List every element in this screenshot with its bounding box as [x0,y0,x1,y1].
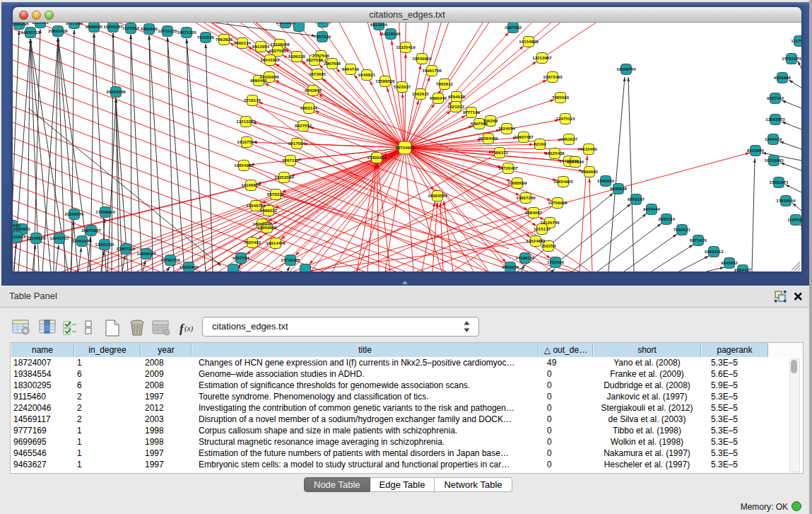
svg-text:2935114: 2935114 [658,216,675,221]
svg-text:20053346: 20053346 [106,89,126,94]
svg-text:16107554: 16107554 [237,139,257,144]
svg-text:16782759: 16782759 [160,257,180,262]
svg-text:16961758: 16961758 [422,68,442,73]
svg-text:62160: 62160 [534,141,546,146]
svg-text:15692971: 15692971 [769,180,789,185]
svg-text:6879197: 6879197 [628,197,645,201]
svg-text:16914479: 16914479 [266,240,286,245]
svg-text:8471676: 8471676 [690,238,707,243]
svg-text:7625402: 7625402 [244,240,261,245]
svg-text:8813054: 8813054 [370,23,388,27]
svg-text:7632621: 7632621 [673,227,691,232]
svg-text:9115461: 9115461 [32,23,49,25]
svg-text:9227343: 9227343 [767,95,784,100]
svg-text:9474444: 9474444 [643,206,661,211]
svg-text:3673685: 3673685 [309,71,326,76]
svg-text:9827500: 9827500 [269,48,287,53]
svg-text:11923446: 11923446 [179,264,199,269]
svg-text:10973493: 10973493 [543,74,563,79]
svg-text:10543362: 10543362 [260,57,280,62]
svg-text:19384554: 19384554 [428,193,447,198]
svg-text:8427552: 8427552 [295,123,312,128]
svg-text:9699695: 9699695 [581,169,599,174]
svg-text:12942757: 12942757 [49,235,69,240]
svg-text:20206576: 20206576 [64,211,84,216]
svg-text:16648784: 16648784 [616,66,636,71]
svg-text:1621022: 1621022 [447,104,465,109]
svg-text:20364436: 20364436 [478,136,498,141]
svg-text:6794028: 6794028 [448,94,466,99]
svg-text:10025438: 10025438 [545,151,565,156]
svg-text:6466160: 6466160 [141,26,158,31]
svg-text:8938928: 8938928 [610,186,628,191]
svg-text:1167531: 1167531 [787,217,801,222]
svg-text:20975887: 20975887 [81,228,101,233]
svg-text:9385061: 9385061 [13,226,31,231]
svg-text:9242848: 9242848 [305,88,322,93]
svg-text:14055712: 14055712 [20,30,40,35]
svg-text:8990448: 8990448 [430,95,447,100]
svg-text:16154808: 16154808 [519,39,539,44]
svg-text:3624554: 3624554 [498,126,516,131]
svg-text:9115460: 9115460 [580,146,597,151]
svg-text:16210643: 16210643 [764,158,784,163]
svg-text:1615132: 1615132 [534,226,551,231]
svg-text:252254: 252254 [541,243,556,248]
svg-text:16909949: 16909949 [257,225,277,230]
svg-text:7386372: 7386372 [491,150,509,155]
svg-text:17957225: 17957225 [116,246,136,251]
svg-text:14353594: 14353594 [274,175,294,180]
svg-text:(x): (x) [184,324,194,333]
svg-text:13524851: 13524851 [526,238,546,243]
svg-text:12213363: 12213363 [236,119,256,124]
svg-text:2803144: 2803144 [300,105,318,110]
svg-text:6497568: 6497568 [471,121,488,126]
svg-text:17046766: 17046766 [246,203,266,208]
svg-text:7663822: 7663822 [216,37,233,42]
svg-text:1562615: 1562615 [412,91,430,96]
svg-text:14196141: 14196141 [515,255,535,260]
svg-text:10756928: 10756928 [548,200,567,205]
svg-text:2718176: 2718176 [244,98,261,103]
svg-text:3911943: 3911943 [13,234,25,239]
svg-text:11156829: 11156829 [27,235,46,240]
svg-text:5322037: 5322037 [394,84,411,89]
svg-text:3267110: 3267110 [282,158,299,163]
svg-text:19654923: 19654923 [553,179,573,184]
svg-text:10719155: 10719155 [158,28,177,33]
svg-text:9890461: 9890461 [250,78,268,83]
svg-text:15751074: 15751074 [782,56,801,61]
svg-text:11451944: 11451944 [72,238,92,243]
svg-text:1244419: 1244419 [765,136,782,141]
svg-text:16854982: 16854982 [234,163,254,168]
svg-text:19218506: 19218506 [381,31,401,36]
svg-text:10807487: 10807487 [514,134,534,139]
svg-text:15226058: 15226058 [270,42,290,47]
svg-text:19166827: 19166827 [241,182,261,187]
svg-text:9694894: 9694894 [567,159,584,164]
svg-text:12505135: 12505135 [95,242,114,247]
svg-text:9327508: 9327508 [306,57,324,62]
svg-text:18724007: 18724007 [395,145,415,150]
svg-text:8912954: 8912954 [252,44,270,49]
svg-text:2087682: 2087682 [505,25,522,30]
svg-text:8186328: 8186328 [288,54,306,59]
svg-text:8215955: 8215955 [747,148,765,153]
svg-text:9146821: 9146821 [358,72,376,77]
svg-text:9465546: 9465546 [314,23,332,24]
svg-text:9457791: 9457791 [233,255,250,260]
svg-text:15716485: 15716485 [281,257,300,262]
svg-text:9245652: 9245652 [721,260,739,265]
svg-text:10688609: 10688609 [507,180,527,185]
svg-text:9084067: 9084067 [525,210,543,215]
svg-text:16671355: 16671355 [177,30,196,35]
svg-text:1117530: 1117530 [791,38,801,43]
svg-text:11325419: 11325419 [396,45,416,49]
svg-text:9329966: 9329966 [774,75,792,80]
svg-text:15588520: 15588520 [375,78,395,83]
svg-text:16120746: 16120746 [540,220,560,225]
svg-text:9184427: 9184427 [734,267,752,271]
svg-text:7515526: 7515526 [197,35,215,40]
svg-text:10655287: 10655287 [103,24,123,29]
svg-text:1527602: 1527602 [122,25,140,30]
